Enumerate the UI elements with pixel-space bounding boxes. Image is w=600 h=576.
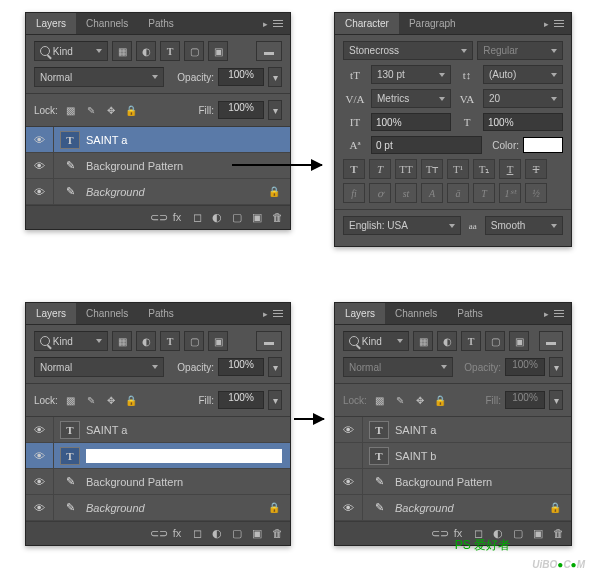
lock-all-icon[interactable]: 🔒 <box>431 391 449 409</box>
tab-layers[interactable]: Layers <box>26 303 76 324</box>
filter-shape-icon[interactable]: ▢ <box>184 41 204 61</box>
fill-input[interactable]: 100% <box>505 391 545 409</box>
filter-adjustment-icon[interactable]: ◐ <box>437 331 457 351</box>
layer-row[interactable]: 👁 ✎ Background Pattern <box>26 153 290 179</box>
panel-menu-icon[interactable] <box>551 306 567 322</box>
tab-channels[interactable]: Channels <box>76 303 138 324</box>
collapse-icon[interactable]: ▸ <box>260 19 270 29</box>
visibility-toggle-icon[interactable]: 👁 <box>335 469 363 494</box>
fill-scrubby-icon[interactable]: ▾ <box>549 390 563 410</box>
lock-image-icon[interactable]: ✎ <box>82 101 100 119</box>
layer-group-icon[interactable]: ▢ <box>230 527 244 541</box>
tab-channels[interactable]: Channels <box>76 13 138 34</box>
discretionary-lig-button[interactable]: st <box>395 183 417 203</box>
horizontal-scale-input[interactable] <box>483 113 563 131</box>
lock-transparent-icon[interactable]: ▩ <box>62 101 80 119</box>
strikethrough-button[interactable]: T <box>525 159 547 179</box>
lock-transparent-icon[interactable]: ▩ <box>371 391 389 409</box>
visibility-toggle-icon[interactable]: 👁 <box>26 417 54 442</box>
visibility-toggle-icon[interactable]: 👁 <box>335 417 363 442</box>
tab-layers[interactable]: Layers <box>26 13 76 34</box>
delete-layer-icon[interactable]: 🗑 <box>270 211 284 225</box>
tab-character[interactable]: Character <box>335 13 399 34</box>
tab-paths[interactable]: Paths <box>138 13 184 34</box>
lock-image-icon[interactable]: ✎ <box>391 391 409 409</box>
opacity-input[interactable]: 100% <box>505 358 545 376</box>
filter-smart-icon[interactable]: ▣ <box>208 41 228 61</box>
panel-menu-icon[interactable] <box>270 306 286 322</box>
collapse-icon[interactable]: ▸ <box>541 19 551 29</box>
blend-mode-dropdown[interactable]: Normal <box>343 357 453 377</box>
layer-name[interactable]: Background Pattern <box>395 476 571 488</box>
link-layers-icon[interactable]: ⊂⊃ <box>150 527 164 541</box>
layer-row[interactable]: 👁 ✎ Background Pattern <box>26 469 290 495</box>
opacity-scrubby-icon[interactable]: ▾ <box>549 357 563 377</box>
layer-row[interactable]: 👁 T SAINT a <box>26 127 290 153</box>
small-caps-button[interactable]: Tᴛ <box>421 159 443 179</box>
all-caps-button[interactable]: TT <box>395 159 417 179</box>
lock-transparent-icon[interactable]: ▩ <box>62 391 80 409</box>
filter-type-dropdown[interactable]: Kind <box>34 331 108 351</box>
tracking-dropdown[interactable]: 20 <box>483 89 563 108</box>
tab-paths[interactable]: Paths <box>138 303 184 324</box>
layer-name[interactable]: Background <box>86 502 268 514</box>
layer-name[interactable]: SAINT a <box>86 424 290 436</box>
lock-position-icon[interactable]: ✥ <box>102 391 120 409</box>
fill-input[interactable]: 100% <box>218 101 264 119</box>
filter-toggle-switch[interactable]: ▬ <box>256 331 282 351</box>
filter-type-icon[interactable]: T <box>160 41 180 61</box>
layer-name-edit-input[interactable]: SAINT b <box>86 449 282 463</box>
layer-row[interactable]: 👁 T SAINT a <box>26 417 290 443</box>
layer-name[interactable]: Background Pattern <box>86 476 290 488</box>
layer-mask-icon[interactable]: ◻ <box>190 527 204 541</box>
new-layer-icon[interactable]: ▣ <box>531 527 545 541</box>
layer-row[interactable]: 👁 ✎ Background 🔒 <box>335 495 571 521</box>
language-dropdown[interactable]: English: USA <box>343 216 461 235</box>
adjustment-layer-icon[interactable]: ◐ <box>210 211 224 225</box>
new-layer-icon[interactable]: ▣ <box>250 211 264 225</box>
opacity-input[interactable]: 100% <box>218 358 264 376</box>
fill-input[interactable]: 100% <box>218 391 264 409</box>
kerning-dropdown[interactable]: Metrics <box>371 89 451 108</box>
layer-row[interactable]: T SAINT b <box>335 443 571 469</box>
fill-scrubby-icon[interactable]: ▾ <box>268 390 282 410</box>
antialias-dropdown[interactable]: Smooth <box>485 216 563 235</box>
visibility-toggle-icon[interactable]: 👁 <box>26 127 54 152</box>
layer-style-icon[interactable]: fx <box>170 527 184 541</box>
ordinals-button[interactable]: 1ˢᵗ <box>499 183 521 203</box>
adjustment-layer-icon[interactable]: ◐ <box>210 527 224 541</box>
faux-bold-button[interactable]: T <box>343 159 365 179</box>
layer-name[interactable]: SAINT b <box>395 450 571 462</box>
font-style-dropdown[interactable]: Regular <box>477 41 563 60</box>
visibility-toggle-icon[interactable]: 👁 <box>26 469 54 494</box>
layer-name[interactable]: SAINT a <box>86 134 290 146</box>
font-family-dropdown[interactable]: Stonecross <box>343 41 473 60</box>
layer-row[interactable]: 👁 ✎ Background Pattern <box>335 469 571 495</box>
faux-italic-button[interactable]: T <box>369 159 391 179</box>
tab-paths[interactable]: Paths <box>447 303 493 324</box>
visibility-toggle-icon[interactable] <box>335 443 363 468</box>
opacity-input[interactable]: 100% <box>218 68 264 86</box>
panel-menu-icon[interactable] <box>551 16 567 32</box>
opacity-scrubby-icon[interactable]: ▾ <box>268 67 282 87</box>
filter-type-dropdown[interactable]: Kind <box>343 331 409 351</box>
underline-button[interactable]: T <box>499 159 521 179</box>
tab-layers[interactable]: Layers <box>335 303 385 324</box>
ligatures-button[interactable]: fi <box>343 183 365 203</box>
stylistic-alt-button[interactable]: ā <box>447 183 469 203</box>
vertical-scale-input[interactable] <box>371 113 451 131</box>
lock-position-icon[interactable]: ✥ <box>411 391 429 409</box>
visibility-toggle-icon[interactable]: 👁 <box>26 495 54 520</box>
visibility-toggle-icon[interactable]: 👁 <box>26 179 54 204</box>
tab-paragraph[interactable]: Paragraph <box>399 13 466 34</box>
layer-row[interactable]: 👁 T SAINT b <box>26 443 290 469</box>
layer-row[interactable]: 👁 ✎ Background 🔒 <box>26 495 290 521</box>
filter-pixel-icon[interactable]: ▦ <box>112 331 132 351</box>
superscript-button[interactable]: T¹ <box>447 159 469 179</box>
link-layers-icon[interactable]: ⊂⊃ <box>431 527 445 541</box>
filter-toggle-switch[interactable]: ▬ <box>256 41 282 61</box>
contextual-alt-button[interactable]: ơ <box>369 183 391 203</box>
link-layers-icon[interactable]: ⊂⊃ <box>150 211 164 225</box>
filter-pixel-icon[interactable]: ▦ <box>413 331 433 351</box>
delete-layer-icon[interactable]: 🗑 <box>551 527 565 541</box>
